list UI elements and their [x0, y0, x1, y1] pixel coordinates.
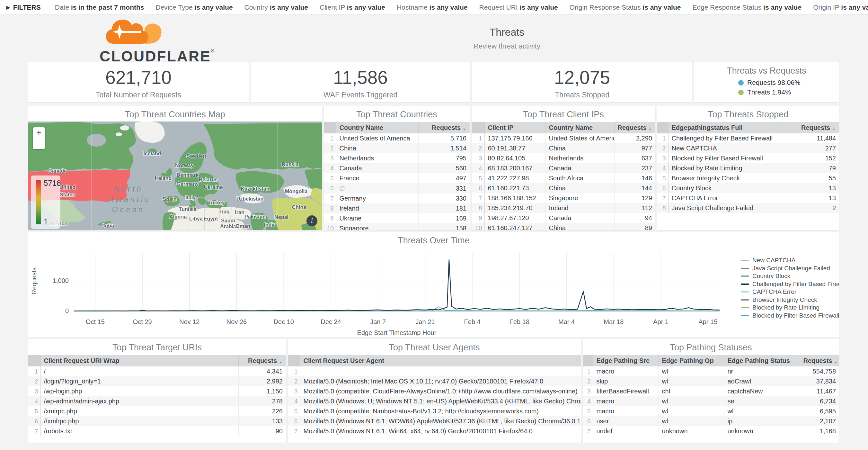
column-header[interactable]: Edge Pathing Op — [658, 355, 724, 366]
table-row[interactable]: 9198.27.67.120Canada94 — [472, 213, 655, 223]
filter-item[interactable]: Country is any value — [245, 3, 308, 11]
column-header[interactable]: Country Name — [336, 122, 418, 133]
table-row[interactable]: 5Mozilla/5.0 (compatible; Nimbostratus-B… — [288, 406, 581, 416]
table-row[interactable]: 4Canada560 — [324, 163, 470, 173]
column-header[interactable]: Requests ⌄ — [800, 355, 839, 366]
legend-item[interactable]: Requests 98.06% — [738, 78, 839, 87]
table-row[interactable]: 4Mozilla/5.0 (Windows; U; Windows NT 5.1… — [288, 396, 581, 406]
table-row[interactable]: 2/login/?login_only=12,992 — [28, 377, 286, 386]
legend-item[interactable]: Browser Integrity Check — [741, 296, 839, 304]
table-row[interactable]: 5Browser Integrity Check55 — [657, 173, 839, 183]
table-row[interactable]: 1/4,341 — [28, 366, 286, 377]
table-row[interactable]: 1macrowlnr554,758 — [583, 366, 839, 377]
legend-item[interactable]: Blocked by Rate Limiting — [741, 304, 839, 312]
sort-caret-icon[interactable]: ⌄ — [832, 358, 838, 364]
legend-item[interactable]: Challenged by Filter Based Firewall — [741, 280, 839, 288]
row-index: 6 — [583, 416, 593, 426]
zoom-out-button[interactable]: − — [33, 138, 45, 149]
table-row[interactable]: 8Ireland181 — [324, 204, 470, 213]
table-row[interactable]: 5France497 — [324, 173, 470, 183]
table-row[interactable]: 6∅331 — [324, 183, 470, 193]
table-cell: Blocked by Filter Based Firewall — [668, 153, 778, 163]
legend-item[interactable]: CAPTCHA Error — [741, 288, 839, 296]
x-tick-label: Mar 4 — [558, 318, 575, 326]
table-row[interactable]: 3Netherlands795 — [324, 153, 470, 163]
table-row[interactable]: 1 — [288, 366, 581, 377]
column-header[interactable]: Requests ⌄ — [614, 122, 655, 133]
table-row[interactable]: 6userwlip2,107 — [583, 416, 839, 426]
sort-caret-icon[interactable]: ⌄ — [277, 358, 283, 364]
map-info-button[interactable]: i — [307, 215, 317, 226]
sort-caret-icon[interactable]: ⌄ — [830, 125, 836, 131]
filter-item[interactable]: Device Type is any value — [155, 3, 232, 11]
table-row[interactable]: 4Blocked by Rate Limiting79 — [657, 163, 839, 173]
table-row[interactable]: 541.222.227.98South Africa146 — [472, 173, 655, 183]
table-row[interactable]: 1061.160.247.127China89 — [472, 223, 655, 230]
column-header[interactable]: Requests ⌄ — [778, 122, 839, 133]
column-header[interactable]: Requests ⌄ — [238, 355, 286, 366]
table-row[interactable]: 5/xmlrpc.php226 — [28, 406, 286, 416]
table-row[interactable]: 2skipwlaoCrawl37,834 — [583, 377, 839, 386]
table-row[interactable]: 260.191.38.77China977 — [472, 143, 655, 153]
table-row[interactable]: 8Java Script Challenge Failed2 — [657, 203, 839, 213]
table-row[interactable]: 661.160.221.73China144 — [472, 183, 655, 193]
column-header[interactable]: Edge Pathing Status — [724, 355, 800, 366]
legend-item[interactable]: Country Block — [741, 272, 839, 280]
column-header[interactable]: Client IP — [485, 122, 546, 133]
legend-item[interactable]: Threats 1.94% — [738, 87, 839, 97]
table-row[interactable]: 5macrowlwl6,595 — [583, 406, 839, 416]
table-row[interactable]: 10Singapore158 — [324, 223, 470, 230]
filter-item[interactable]: Request URI is any value — [479, 3, 558, 11]
column-header[interactable]: Client Request URI Wrap — [40, 355, 238, 366]
column-header[interactable]: Edgepathingstatus Full — [668, 122, 778, 133]
index-column-header — [472, 122, 485, 133]
table-row[interactable]: 6Mozilla/5.0 (Windows NT 6.1; WOW64) App… — [288, 416, 581, 426]
table-row[interactable]: 6Country Block13 — [657, 183, 839, 193]
table-row[interactable]: 3/wp-login.php1,150 — [28, 386, 286, 396]
table-row[interactable]: 2Mozilla/5.0 (Macintosh; Intel Mac OS X … — [288, 377, 581, 386]
sort-caret-icon[interactable]: ⌄ — [461, 125, 466, 131]
filters-toggle[interactable]: ▶ FILTERS — [6, 3, 41, 11]
table-row[interactable]: 7undefunknownunknown1,168 — [583, 426, 839, 436]
table-row[interactable]: 380.82.64.105Netherlands637 — [472, 153, 655, 163]
column-header[interactable]: Requests ⌄ — [418, 122, 470, 133]
zoom-in-button[interactable]: + — [33, 127, 45, 138]
filter-item[interactable]: Origin Response Status is any value — [569, 3, 681, 11]
legend-item[interactable]: Java Script Challenge Failed — [741, 265, 839, 273]
table-row[interactable]: 7/robots.txt90 — [28, 426, 286, 436]
table-row[interactable]: 1United States of America5,716 — [324, 133, 470, 143]
map-region-russia[interactable] — [203, 123, 322, 170]
legend-item[interactable]: New CAPTCHA — [741, 257, 839, 265]
table-row[interactable]: 3filterBasedFirewallchlcaptchaNew11,467 — [583, 386, 839, 396]
row-index: 7 — [288, 426, 300, 436]
filter-item[interactable]: Client IP is any value — [320, 3, 385, 11]
table-row[interactable]: 6//xmlrpc.php133 — [28, 416, 286, 426]
table-row[interactable]: 9Ukraine169 — [324, 213, 470, 223]
table-row[interactable]: 1Challenged by Filter Based Firewall11,4… — [657, 133, 839, 143]
table-row[interactable]: 7Germany330 — [324, 193, 470, 204]
table-row[interactable]: 7Mozilla/5.0 (Windows NT 6.1; Win64; x64… — [288, 426, 581, 436]
table-row[interactable]: 7CAPTCHA Error13 — [657, 193, 839, 203]
table-row[interactable]: 7188.166.188.152Singapore129 — [472, 193, 655, 203]
filter-item[interactable]: Edge Response Status is any value — [692, 3, 802, 11]
table-row[interactable]: 3Mozilla/5.0 (compatible; CloudFlare-Alw… — [288, 386, 581, 396]
x-tick-label: Apr 15 — [699, 318, 717, 326]
table-row[interactable]: 1137.175.79.166United States of America2… — [472, 133, 655, 143]
threats-over-time-chart[interactable] — [74, 252, 720, 316]
sort-caret-icon[interactable]: ⌄ — [647, 125, 652, 131]
table-row[interactable]: 3Blocked by Filter Based Firewall152 — [657, 153, 839, 163]
filter-item[interactable]: Date is in the past 7 months — [55, 3, 144, 11]
table-row[interactable]: 4macrowlse6,734 — [583, 396, 839, 406]
table-row[interactable]: 8185.234.219.70Ireland112 — [472, 203, 655, 213]
column-header[interactable]: Edge Pathing Src — [593, 355, 658, 366]
world-map[interactable]: CanadaUnitedStatesMexicoCubaIcelandIrela… — [28, 121, 322, 230]
table-row[interactable]: 2China1,514 — [324, 143, 470, 153]
column-header[interactable]: Client Request User Agent — [300, 355, 581, 366]
filter-item[interactable]: Hostname is any value — [397, 3, 468, 11]
table-row[interactable]: 4/wp-admin/admin-ajax.php278 — [28, 396, 286, 406]
table-row[interactable]: 2New CAPTCHA277 — [657, 143, 839, 153]
table-row[interactable]: 468.183.200.167Canada237 — [472, 163, 655, 173]
filter-item[interactable]: Origin IP is any value — [813, 3, 868, 11]
column-header[interactable]: Country Name — [546, 122, 614, 133]
legend-item[interactable]: Blocked by Filter Based Firewall — [741, 312, 839, 320]
